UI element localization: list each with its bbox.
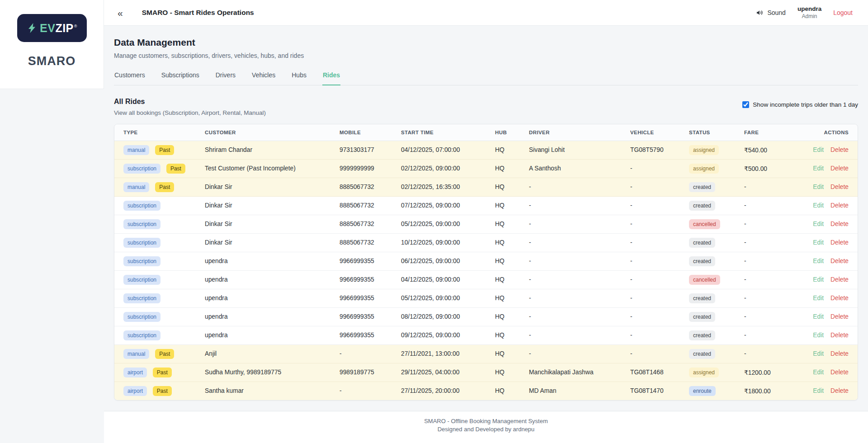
edit-link[interactable]: Edit — [813, 184, 824, 190]
vehicle-cell: - — [630, 307, 689, 326]
table-row: subscription Dinkar Sir 8885067732 10/12… — [114, 233, 858, 252]
status-badge: cancelled — [689, 275, 720, 285]
start-time-cell: 07/12/2025, 09:00:00 — [401, 196, 495, 215]
start-time-cell: 10/12/2025, 09:00:00 — [401, 233, 495, 252]
tab-drivers[interactable]: Drivers — [215, 71, 236, 85]
delete-link[interactable]: Delete — [830, 369, 849, 376]
type-cell: manual Past — [114, 344, 205, 363]
fare-cell: ₹1800.00 — [744, 382, 811, 400]
ride-type-badge: subscription — [123, 330, 160, 340]
status-badge: cancelled — [689, 219, 720, 229]
ride-type-badge: subscription — [123, 238, 160, 248]
status-cell: created — [689, 233, 744, 252]
edit-link[interactable]: Edit — [813, 202, 824, 209]
tab-customers[interactable]: Customers — [114, 71, 146, 85]
type-cell: subscription — [114, 252, 205, 270]
column-vehicle: VEHICLE — [630, 124, 689, 141]
past-badge: Past — [153, 386, 172, 396]
status-badge: enroute — [689, 386, 716, 396]
fare-cell: - — [744, 233, 811, 252]
mobile-cell: 9966999355 — [340, 270, 401, 289]
fare-cell: - — [744, 270, 811, 289]
actions-cell: EditDelete — [811, 178, 858, 196]
status-badge: created — [689, 182, 715, 192]
edit-link[interactable]: Edit — [813, 239, 824, 246]
ride-type-badge: subscription — [123, 164, 160, 174]
edit-link[interactable]: Edit — [813, 350, 824, 357]
delete-link[interactable]: Delete — [830, 146, 849, 153]
delete-link[interactable]: Delete — [830, 332, 849, 339]
start-time-cell: 02/12/2025, 09:00:00 — [401, 159, 495, 178]
delete-link[interactable]: Delete — [830, 295, 849, 302]
delete-link[interactable]: Delete — [830, 350, 849, 357]
delete-link[interactable]: Delete — [830, 202, 849, 209]
table-row: subscription Dinkar Sir 8885067732 07/12… — [114, 196, 858, 215]
delete-link[interactable]: Delete — [830, 313, 849, 320]
actions-cell: EditDelete — [811, 233, 858, 252]
tab-hubs[interactable]: Hubs — [291, 71, 307, 85]
column-customer: CUSTOMER — [205, 124, 340, 141]
customer-cell: upendra — [205, 326, 340, 344]
customer-cell: Dinkar Sir — [205, 215, 340, 233]
tab-rides[interactable]: Rides — [322, 71, 340, 85]
status-badge: created — [689, 201, 715, 211]
edit-link[interactable]: Edit — [813, 146, 824, 153]
customer-cell: Shriram Chandar — [205, 141, 340, 159]
ride-type-badge: airport — [123, 368, 147, 377]
window-title: SMARO - Smart Rides Operations — [142, 9, 254, 17]
status-cell: assigned — [689, 363, 744, 382]
ride-type-badge: subscription — [123, 275, 160, 285]
status-badge: created — [689, 349, 715, 359]
vehicle-cell: - — [630, 326, 689, 344]
vehicle-cell: - — [630, 270, 689, 289]
mobile-cell: 8885067732 — [340, 215, 401, 233]
ride-type-badge: subscription — [123, 256, 160, 266]
section-subtitle: View all bookings (Subscription, Airport… — [114, 109, 266, 116]
past-badge: Past — [155, 182, 174, 192]
delete-link[interactable]: Delete — [830, 258, 849, 264]
incomplete-trips-filter[interactable]: Show incomplete trips older than 1 day — [742, 101, 858, 108]
start-time-cell: 08/12/2025, 09:00:00 — [401, 307, 495, 326]
actions-cell: EditDelete — [811, 159, 858, 178]
customer-cell: Dinkar Sir — [205, 196, 340, 215]
footer-line-1: SMARO - Offline Booking Management Syste… — [104, 417, 868, 425]
edit-link[interactable]: Edit — [813, 295, 824, 302]
sound-toggle-button[interactable]: Sound — [755, 9, 785, 17]
edit-link[interactable]: Edit — [813, 313, 824, 320]
delete-link[interactable]: Delete — [830, 184, 849, 190]
edit-link[interactable]: Edit — [813, 369, 824, 376]
actions-cell: EditDelete — [811, 270, 858, 289]
status-cell: created — [689, 344, 744, 363]
table-row: manual Past Shriram Chandar 9731303177 0… — [114, 141, 858, 159]
customer-cell: upendra — [205, 289, 340, 307]
delete-link[interactable]: Delete — [830, 276, 849, 283]
hub-cell: HQ — [495, 159, 529, 178]
hub-cell: HQ — [495, 178, 529, 196]
hub-cell: HQ — [495, 196, 529, 215]
sidebar-collapse-button[interactable]: « — [116, 8, 125, 18]
edit-link[interactable]: Edit — [813, 332, 824, 339]
mobile-cell: - — [340, 382, 401, 400]
vehicle-cell: - — [630, 178, 689, 196]
hub-cell: HQ — [495, 363, 529, 382]
tab-subscriptions[interactable]: Subscriptions — [161, 71, 200, 85]
edit-link[interactable]: Edit — [813, 276, 824, 283]
type-cell: subscription — [114, 270, 205, 289]
edit-link[interactable]: Edit — [813, 165, 824, 172]
logout-button[interactable]: Logout — [833, 9, 853, 16]
logo-wordmark: EVZIP® — [40, 22, 77, 35]
edit-link[interactable]: Edit — [813, 387, 824, 394]
tab-vehicles[interactable]: Vehicles — [251, 71, 276, 85]
past-badge: Past — [155, 145, 174, 155]
customer-cell: upendra — [205, 270, 340, 289]
edit-link[interactable]: Edit — [813, 258, 824, 264]
delete-link[interactable]: Delete — [830, 387, 849, 394]
delete-link[interactable]: Delete — [830, 221, 849, 227]
edit-link[interactable]: Edit — [813, 221, 824, 227]
status-badge: created — [689, 312, 715, 322]
column-status: STATUS — [689, 124, 744, 141]
table-row: subscription upendra 9966999355 09/12/20… — [114, 326, 858, 344]
incomplete-trips-checkbox[interactable] — [742, 101, 749, 108]
delete-link[interactable]: Delete — [830, 239, 849, 246]
delete-link[interactable]: Delete — [830, 165, 849, 172]
